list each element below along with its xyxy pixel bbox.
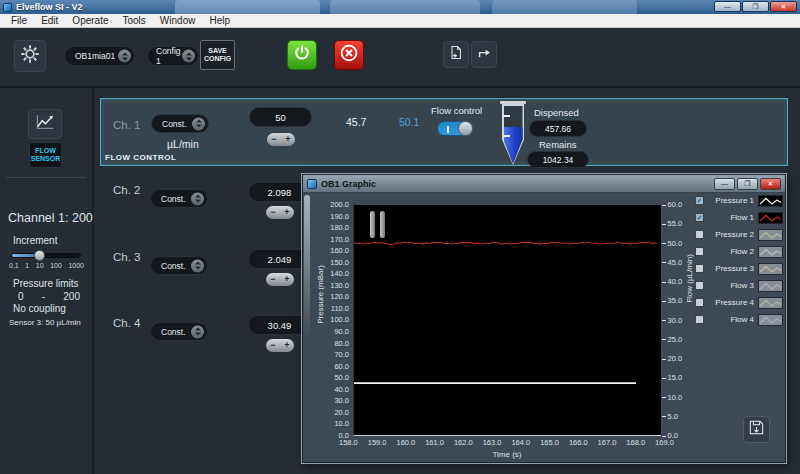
legend-swatch bbox=[758, 263, 783, 275]
left-axis-tick: 150.0 bbox=[330, 259, 349, 267]
left-axis-tick: 170.0 bbox=[330, 236, 349, 244]
graph-view-button[interactable] bbox=[28, 109, 62, 139]
device-selector[interactable]: OB1mia01 bbox=[64, 46, 135, 66]
minimize-button[interactable]: — bbox=[714, 1, 741, 12]
plus-icon[interactable]: + bbox=[284, 340, 289, 351]
left-axis-tick: 10.0 bbox=[334, 420, 349, 428]
x-axis-ticks: 158.0159.0160.0161.0162.0163.0164.0165.0… bbox=[339, 438, 674, 447]
new-log-button[interactable] bbox=[443, 41, 469, 68]
channel-4-stepper[interactable]: −+ bbox=[266, 339, 294, 352]
document-add-icon bbox=[448, 44, 464, 65]
channel-1-panel: Ch. 1 Const. µL/min FLOW CONTROL 50 −+ 4… bbox=[100, 98, 788, 166]
pause-icon bbox=[370, 211, 375, 238]
tick-mark bbox=[662, 378, 666, 379]
background-tab bbox=[330, 0, 480, 14]
right-axis-tick-label: 25.0 bbox=[668, 335, 683, 344]
flow-sensor-button[interactable]: FLOW SENSOR bbox=[29, 142, 62, 168]
tick-mark bbox=[662, 359, 666, 360]
channel-3-stepper[interactable]: −+ bbox=[266, 273, 294, 286]
right-axis-tick: 35.0 bbox=[662, 297, 682, 305]
left-axis-ticks: 200.0190.0180.0170.0160.0150.0140.0130.0… bbox=[307, 201, 349, 440]
plus-icon[interactable]: + bbox=[284, 207, 289, 218]
channel-4-mode-value: Const. bbox=[161, 327, 186, 337]
right-axis-tick-label: 30.0 bbox=[668, 316, 683, 325]
minus-icon[interactable]: − bbox=[270, 274, 275, 285]
x-axis-tick: 164.0 bbox=[511, 438, 530, 447]
channel-1-setpoint-field[interactable]: 50 bbox=[249, 107, 312, 127]
menu-file[interactable]: File bbox=[4, 14, 34, 27]
menu-help[interactable]: Help bbox=[202, 14, 237, 27]
channel-1-flow-readout: 50.1 bbox=[399, 116, 419, 128]
spinner-icon[interactable] bbox=[192, 117, 205, 130]
legend-checkbox[interactable] bbox=[695, 230, 704, 239]
maximize-button[interactable]: ❐ bbox=[742, 1, 769, 12]
menu-tools[interactable]: Tools bbox=[116, 14, 153, 27]
save-config-button[interactable]: SAVE CONFIG bbox=[200, 40, 235, 70]
increment-scale-tick: 1 bbox=[25, 262, 29, 269]
minus-icon[interactable]: − bbox=[270, 340, 275, 351]
left-axis-tick: 80.0 bbox=[334, 340, 349, 348]
plus-icon[interactable]: + bbox=[285, 134, 290, 145]
legend-checkbox[interactable]: ✓ bbox=[695, 196, 704, 205]
spinner-icon[interactable] bbox=[191, 192, 204, 205]
toggle-knob[interactable] bbox=[458, 121, 473, 136]
stop-button[interactable] bbox=[334, 40, 364, 70]
tube-cap bbox=[500, 101, 526, 104]
config-selector[interactable]: Config 1 bbox=[147, 46, 199, 66]
x-axis-tick: 168.0 bbox=[626, 438, 645, 447]
channel-1-mode-dropdown[interactable]: Const. bbox=[151, 114, 209, 133]
left-axis-tick: 180.0 bbox=[330, 224, 349, 232]
minus-icon[interactable]: − bbox=[271, 134, 276, 145]
menu-edit[interactable]: Edit bbox=[34, 14, 65, 27]
increment-slider-thumb[interactable] bbox=[34, 250, 45, 261]
channel-3-mode-dropdown[interactable]: Const. bbox=[150, 256, 208, 275]
menu-window[interactable]: Window bbox=[153, 14, 203, 27]
graph-window-titlebar[interactable]: OB1 Graphic — ❐ ✕ bbox=[303, 175, 785, 193]
remains-label: Remains bbox=[539, 139, 577, 150]
increment-scale-tick: 0,1 bbox=[9, 262, 19, 269]
channel-1-label: Ch. 1 bbox=[113, 119, 141, 131]
minus-icon[interactable]: − bbox=[270, 207, 275, 218]
right-axis-tick-label: 20.0 bbox=[668, 354, 683, 363]
graph-maximize-button[interactable]: ❐ bbox=[737, 178, 758, 190]
channel-4-mode-dropdown[interactable]: Const. bbox=[150, 322, 208, 341]
close-button[interactable]: ✕ bbox=[770, 1, 797, 12]
channel-2-mode-dropdown[interactable]: Const. bbox=[150, 189, 208, 208]
spinner-icon[interactable] bbox=[118, 50, 131, 63]
legend-swatch bbox=[758, 314, 783, 326]
x-axis-tick: 163.0 bbox=[483, 438, 502, 447]
export-button[interactable] bbox=[471, 41, 497, 68]
series-line-flow-1 bbox=[354, 242, 657, 245]
graph-save-button[interactable] bbox=[743, 416, 770, 443]
settings-button[interactable] bbox=[14, 40, 46, 72]
tick-mark bbox=[662, 397, 666, 398]
right-axis-tick-label: 50.0 bbox=[668, 239, 683, 248]
channel-2-stepper[interactable]: −+ bbox=[266, 206, 294, 219]
legend-checkbox[interactable] bbox=[695, 247, 704, 256]
window-title: Elveflow SI - V2 bbox=[16, 2, 83, 12]
legend-swatch bbox=[758, 229, 783, 241]
graph-minimize-button[interactable]: — bbox=[714, 178, 735, 190]
spinner-icon[interactable] bbox=[191, 259, 204, 272]
export-arrow-icon bbox=[476, 45, 492, 65]
spinner-icon[interactable] bbox=[191, 325, 204, 338]
left-axis-tick: 160.0 bbox=[330, 247, 349, 255]
legend-checkbox[interactable] bbox=[695, 315, 704, 324]
legend-checkbox[interactable] bbox=[695, 298, 704, 307]
x-axis-tick: 169.0 bbox=[655, 438, 674, 447]
legend-row: Flow 3 bbox=[695, 279, 783, 292]
tube-graduation bbox=[503, 135, 510, 137]
increment-slider[interactable] bbox=[11, 253, 81, 258]
channel-1-stepper[interactable]: −+ bbox=[267, 133, 295, 146]
graph-close-button[interactable]: ✕ bbox=[760, 178, 781, 190]
menu-operate[interactable]: Operate bbox=[65, 14, 115, 27]
power-on-button[interactable] bbox=[287, 40, 317, 70]
plus-icon[interactable]: + bbox=[284, 274, 289, 285]
legend-checkbox[interactable]: ✓ bbox=[695, 213, 704, 222]
legend-checkbox[interactable] bbox=[695, 264, 704, 273]
sidebar-section-divider bbox=[6, 177, 86, 178]
legend-checkbox[interactable] bbox=[695, 281, 704, 290]
tick-mark bbox=[662, 320, 666, 321]
spinner-icon[interactable] bbox=[182, 50, 195, 63]
flow-control-toggle[interactable] bbox=[437, 121, 473, 136]
